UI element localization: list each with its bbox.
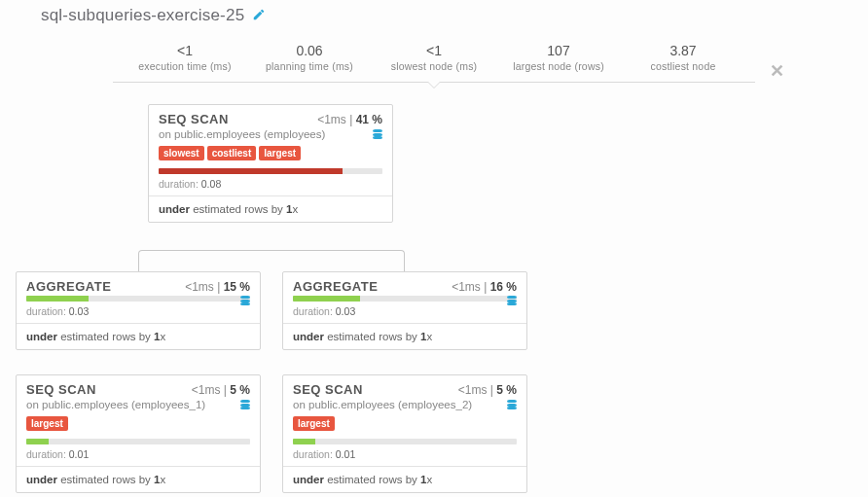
node-stats: <1ms | 16 % bbox=[452, 280, 517, 294]
title-bar: sql-subqueries-exercise-25 bbox=[0, 0, 868, 25]
node-estimate: under estimated rows by 1x bbox=[17, 323, 260, 349]
tag-largest: largest bbox=[293, 416, 335, 431]
node-estimate: under estimated rows by 1x bbox=[283, 466, 526, 492]
plan-stats: <1 execution time (ms) 0.06 planning tim… bbox=[113, 39, 755, 83]
node-duration: duration: 0.01 bbox=[17, 448, 260, 466]
node-title: SEQ SCAN bbox=[159, 112, 229, 126]
stat-execution-time: <1 execution time (ms) bbox=[123, 43, 247, 72]
node-bar bbox=[159, 168, 382, 174]
node-stats: <1ms | 15 % bbox=[185, 280, 250, 294]
tag-slowest: slowest bbox=[159, 146, 204, 160]
plan-node-seqscan-right[interactable]: SEQ SCAN <1ms | 5 % on public.employees … bbox=[282, 374, 527, 493]
node-duration: duration: 0.03 bbox=[17, 305, 260, 323]
node-title: SEQ SCAN bbox=[293, 382, 363, 397]
database-icon bbox=[240, 400, 250, 409]
connector bbox=[138, 250, 405, 271]
node-stats: <1ms | 5 % bbox=[458, 383, 517, 397]
tag-largest: largest bbox=[26, 416, 68, 431]
node-bar bbox=[26, 439, 250, 444]
database-icon bbox=[373, 129, 382, 139]
node-subtitle: on public.employees (employees_1) bbox=[26, 399, 205, 410]
node-estimate: under estimated rows by 1x bbox=[283, 323, 526, 349]
pencil-icon[interactable] bbox=[252, 8, 266, 24]
plan-node-root[interactable]: SEQ SCAN <1ms | 41 % on public.employees… bbox=[148, 104, 393, 223]
node-duration: duration: 0.08 bbox=[149, 178, 392, 195]
stat-costliest-node: 3.87 costliest node bbox=[621, 43, 745, 72]
node-title: SEQ SCAN bbox=[26, 382, 96, 397]
close-icon[interactable]: ✕ bbox=[770, 60, 784, 82]
node-bar bbox=[293, 296, 517, 302]
plan-node-seqscan-left[interactable]: SEQ SCAN <1ms | 5 % on public.employees … bbox=[16, 374, 261, 493]
plan-node-aggregate-right[interactable]: AGGREGATE <1ms | 16 % duration: 0.03 und… bbox=[282, 271, 527, 350]
node-subtitle: on public.employees (employees) bbox=[159, 128, 325, 140]
node-estimate: under estimated rows by 1x bbox=[149, 195, 392, 222]
stat-slowest-node: <1 slowest node (ms) bbox=[372, 43, 496, 72]
plan-node-aggregate-left[interactable]: AGGREGATE <1ms | 15 % duration: 0.03 und… bbox=[16, 271, 261, 350]
tag-costliest: costliest bbox=[207, 146, 257, 160]
node-estimate: under estimated rows by 1x bbox=[17, 466, 260, 492]
chevron-down-icon bbox=[427, 82, 441, 89]
node-tags: largest bbox=[283, 416, 526, 439]
database-icon bbox=[507, 296, 517, 305]
node-tags: slowest costliest largest bbox=[149, 146, 392, 168]
node-bar bbox=[26, 296, 250, 302]
node-tags: largest bbox=[17, 416, 260, 439]
stat-planning-time: 0.06 planning time (ms) bbox=[247, 43, 372, 72]
node-stats: <1ms | 41 % bbox=[317, 113, 382, 126]
database-icon bbox=[507, 400, 517, 409]
node-title: AGGREGATE bbox=[293, 279, 378, 294]
node-duration: duration: 0.01 bbox=[283, 448, 526, 466]
node-title: AGGREGATE bbox=[26, 279, 111, 294]
node-subtitle: on public.employees (employees_2) bbox=[293, 399, 472, 410]
node-bar bbox=[293, 439, 517, 444]
node-duration: duration: 0.03 bbox=[283, 305, 526, 323]
node-stats: <1ms | 5 % bbox=[192, 383, 250, 397]
page-title: sql-subqueries-exercise-25 bbox=[41, 6, 244, 25]
stat-largest-node: 107 largest node (rows) bbox=[496, 43, 621, 72]
tag-largest: largest bbox=[259, 146, 301, 160]
database-icon bbox=[240, 296, 250, 305]
